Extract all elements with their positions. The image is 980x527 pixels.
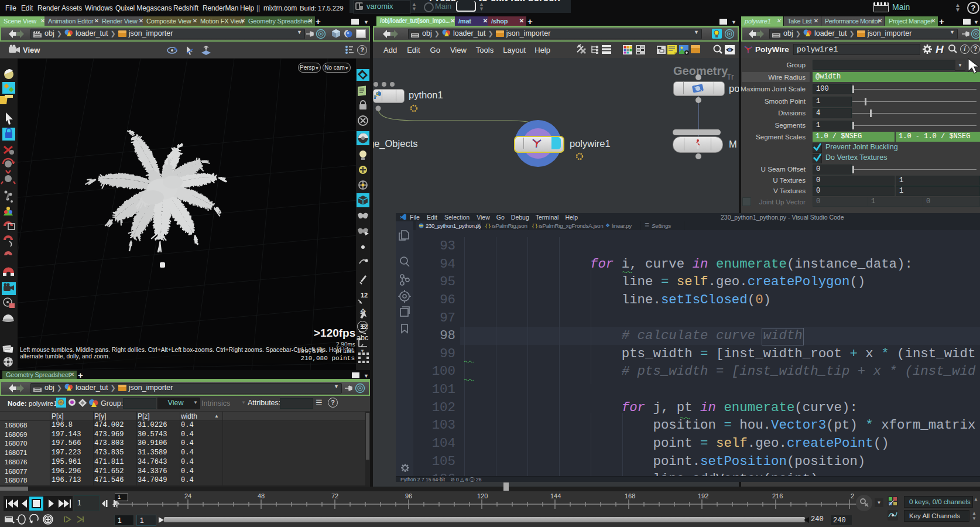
svg-text:2: 2 (851, 492, 854, 499)
svg-text:12: 12 (361, 292, 368, 299)
svg-text:120: 120 (477, 492, 488, 499)
svg-text:216: 216 (772, 492, 783, 499)
svg-text:24: 24 (184, 492, 191, 499)
svg-text:96: 96 (405, 492, 412, 499)
svg-text:48: 48 (258, 492, 265, 499)
svg-text:192: 192 (698, 492, 708, 499)
svg-text:72: 72 (331, 492, 338, 499)
svg-text:168: 168 (625, 492, 635, 499)
svg-text:144: 144 (550, 492, 561, 499)
